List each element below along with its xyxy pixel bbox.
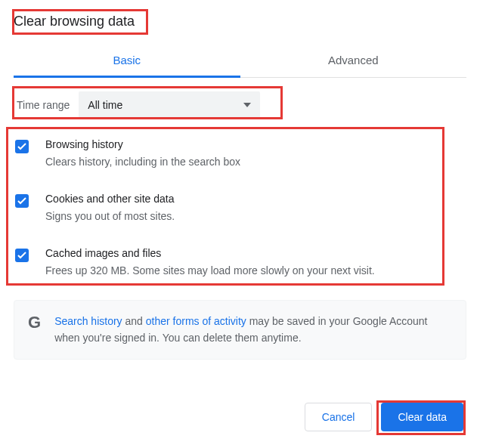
- checkbox-browsing-history[interactable]: [15, 140, 29, 153]
- check-icon: [17, 252, 26, 259]
- tabs: Basic Advanced: [14, 43, 466, 78]
- options-list: Browsing history Clears history, includi…: [14, 126, 466, 289]
- option-title: Browsing history: [45, 137, 240, 153]
- checkbox-cookies[interactable]: [15, 194, 29, 208]
- google-logo-icon: G: [28, 314, 41, 331]
- info-text-span: and: [122, 315, 146, 327]
- tab-label: Advanced: [328, 54, 379, 66]
- link-search-history[interactable]: Search history: [54, 315, 122, 327]
- dialog-title: Clear browsing data: [14, 0, 135, 39]
- google-account-info: G Search history and other forms of acti…: [14, 300, 466, 360]
- time-range-dropdown[interactable]: All time: [79, 91, 260, 119]
- clear-data-button[interactable]: Clear data: [381, 403, 463, 431]
- link-other-activity[interactable]: other forms of activity: [146, 315, 246, 327]
- check-icon: [17, 143, 26, 150]
- option-cookies: Cookies and other site data Signs you ou…: [14, 181, 466, 235]
- checkbox-cached[interactable]: [15, 249, 29, 262]
- chevron-down-icon: [243, 103, 251, 107]
- dialog-buttons: Cancel Clear data: [305, 403, 463, 431]
- cancel-button[interactable]: Cancel: [305, 403, 373, 431]
- option-title: Cached images and files: [45, 246, 375, 261]
- tab-label: Basic: [113, 54, 141, 66]
- button-label: Cancel: [322, 411, 355, 423]
- option-desc: Signs you out of most sites.: [45, 209, 175, 224]
- option-browsing-history: Browsing history Clears history, includi…: [14, 126, 466, 181]
- button-label: Clear data: [398, 411, 447, 423]
- option-title: Cookies and other site data: [45, 191, 175, 207]
- check-icon: [17, 197, 26, 205]
- time-range-label: Time range: [14, 99, 70, 111]
- time-range-value: All time: [88, 99, 122, 111]
- option-desc: Clears history, including in the search …: [45, 154, 240, 170]
- option-desc: Frees up 320 MB. Some sites may load mor…: [45, 263, 375, 279]
- info-text: Search history and other forms of activi…: [54, 313, 452, 347]
- option-cached: Cached images and files Frees up 320 MB.…: [14, 235, 466, 289]
- tab-advanced[interactable]: Advanced: [240, 43, 467, 77]
- tab-basic[interactable]: Basic: [14, 43, 240, 77]
- option-text: Browsing history Clears history, includi…: [45, 137, 240, 170]
- option-text: Cookies and other site data Signs you ou…: [45, 191, 175, 224]
- clear-browsing-data-dialog: Clear browsing data Basic Advanced Time …: [0, 0, 480, 360]
- option-text: Cached images and files Frees up 320 MB.…: [45, 246, 375, 279]
- time-range-row: Time range All time: [14, 91, 466, 119]
